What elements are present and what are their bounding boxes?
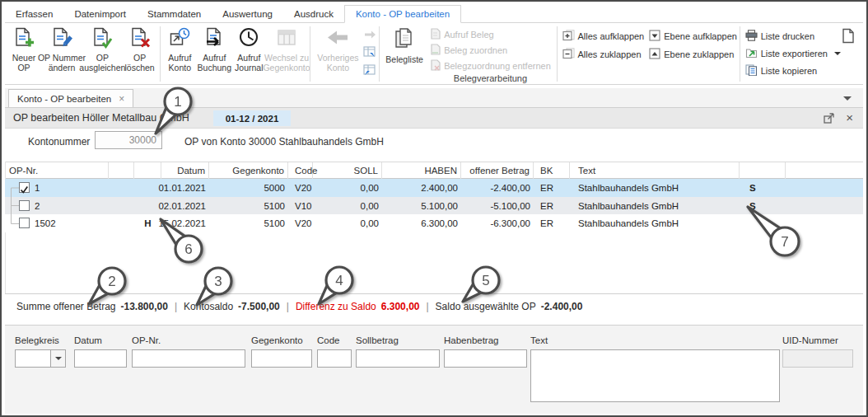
op-ausgleichen-button[interactable]: OPausgleichen (82, 25, 123, 83)
button-label: Wechsel zuGegenkonto (263, 53, 310, 73)
svg-text:4: 4 (335, 273, 343, 288)
alles-aufklappen-button[interactable]: Alles aufklappen (562, 29, 645, 43)
tab-list-dropdown-icon[interactable] (843, 96, 852, 101)
table-row-3[interactable]: 1502 H 15.02.2021 5100 V20 0,00 6.300,00… (5, 214, 863, 232)
aufruf-buchung-button[interactable]: AufrufBuchung (197, 25, 231, 83)
cell-h-flag: H (134, 214, 161, 232)
column-header-text[interactable]: Text (570, 162, 740, 179)
edit-form: Belegkreis Datum OP-Nr. Gegenkonto Code … (5, 325, 863, 414)
table-row-1[interactable]: 1 01.01.2021 5000 V20 0,00 2.400,00 -2.4… (5, 179, 863, 197)
column-header-h-flag[interactable] (134, 162, 161, 179)
gegenkonto-input[interactable] (251, 349, 312, 368)
account-caption: OP von Konto 30000 Stahlbauhandels GmbH (184, 136, 384, 148)
column-header-code[interactable]: Code (288, 162, 313, 179)
cell-soll: 0,00 (313, 197, 382, 214)
sollbetrag-input[interactable] (356, 349, 440, 368)
cell-offener-betrag: -5.100,00 (461, 197, 534, 214)
summary-bar: Summe offener Betrag -13.800,00 | Kontos… (16, 301, 582, 312)
ebene-aufklappen-button[interactable]: Ebene aufklappen (649, 29, 737, 43)
sollbetrag-label: Sollbetrag (356, 335, 399, 345)
cell-h-flag (134, 197, 161, 214)
belegliste-button[interactable]: Belegliste (382, 25, 427, 83)
datum-input[interactable] (74, 349, 127, 368)
document-tab-konto-op-bearbeiten[interactable]: Konto - OP bearbeiten × (8, 89, 133, 107)
cell-code: V10 (295, 197, 311, 214)
column-header-haben[interactable]: HABEN (382, 162, 461, 179)
ribbon-tab-erfassen[interactable]: Erfassen (5, 6, 63, 22)
combo-dropdown-icon[interactable] (50, 350, 65, 367)
ebene-zuklappen-button[interactable]: Ebene zuklappen (649, 47, 737, 61)
ribbon-separator (310, 26, 310, 82)
op-nummer-aendern-button[interactable]: OP Nummerändern (41, 25, 82, 83)
alles-zuklappen-button[interactable]: Alles zuklappen (562, 47, 645, 61)
text-textarea[interactable] (530, 349, 780, 402)
text-label: Text (530, 335, 548, 345)
op-nr-input[interactable] (132, 349, 245, 368)
button-label: OPausgleichen (79, 53, 125, 73)
table-row-2[interactable]: 2 02.01.2021 5100 V10 0,00 5.100,00 -5.1… (5, 197, 863, 214)
column-header-soll[interactable]: SOLL (313, 162, 382, 179)
panel-title: OP bearbeiten Höller Metallbau GmbH (13, 112, 189, 124)
row-checkbox-checked[interactable] (19, 182, 30, 193)
column-header-datum[interactable]: Datum (161, 162, 209, 179)
column-header-s[interactable] (740, 162, 786, 179)
new-page-icon[interactable] (841, 32, 855, 46)
column-header-gegenkonto[interactable]: Gegenkonto (209, 162, 288, 179)
habenbetrag-input[interactable] (444, 349, 527, 368)
cell-text: Stahlbauhandels GmbH (578, 197, 679, 214)
cell-offener-betrag: -2.400,00 (461, 179, 534, 197)
op-loeschen-button[interactable]: OPlöschen (123, 25, 157, 83)
ribbon-tab-auswertung[interactable]: Auswertung (212, 6, 283, 22)
tab-close-icon[interactable]: × (119, 93, 124, 105)
button-label: OPlöschen (125, 53, 155, 73)
beleg-zuordnen-button: Beleg zuordnen (430, 44, 551, 57)
ribbon-tab-konto-op-bearbeiten[interactable]: Konto - OP bearbeiten (344, 5, 461, 23)
svg-text:3: 3 (214, 274, 222, 289)
group-label-belegverarbeitung: Belegverarbeitung (430, 73, 551, 83)
column-header-empty[interactable] (109, 162, 134, 179)
panel-close-icon[interactable]: × (846, 110, 853, 124)
summary-value: -2.400,00 (541, 301, 583, 312)
kontonummer-input[interactable] (95, 131, 162, 149)
liste-kopieren-button[interactable]: Liste kopieren (745, 63, 841, 77)
cell-gegenkonto: 5100 (209, 197, 288, 214)
table-arrow-icon[interactable] (363, 64, 376, 79)
liste-exportieren-button[interactable]: Liste exportieren (745, 46, 841, 60)
column-header-offener-betrag[interactable]: offener Betrag (461, 162, 534, 179)
cell-soll: 0,00 (313, 179, 382, 197)
cell-text: Stahlbauhandels GmbH (578, 179, 679, 197)
documents-icon (393, 27, 416, 54)
button-label: Belegliste (385, 54, 423, 64)
level-collapse-icon (649, 48, 660, 61)
app-window: Erfassen Datenimport Stammdaten Auswertu… (0, 0, 868, 417)
cell-code: V20 (295, 214, 311, 232)
export-icon (745, 47, 758, 60)
neuer-op-button[interactable]: NeuerOP (7, 25, 41, 83)
button-label: AufrufKonto (168, 53, 191, 73)
wechsel-zu-gegenkonto-button: Wechsel zuGegenkonto (266, 25, 306, 83)
aufruf-journal-button[interactable]: AufrufJournal (231, 25, 266, 83)
liste-drucken-button[interactable]: Liste drucken (745, 29, 841, 43)
code-label: Code (317, 335, 340, 345)
aufruf-beleg-button: Aufruf Beleg (430, 28, 551, 41)
ribbon-tab-ausdruck[interactable]: Ausdruck (283, 6, 344, 22)
ribbon-tab-stammdaten[interactable]: Stammdaten (137, 6, 212, 22)
belegkreis-select[interactable] (15, 349, 66, 368)
table-arrow-icon[interactable] (363, 46, 376, 61)
period-badge[interactable]: 01-12 / 2021 (213, 110, 291, 126)
document-small-icon (430, 28, 441, 41)
document-tab-strip: Konto - OP bearbeiten × (5, 88, 863, 107)
table-columns-icon (276, 27, 297, 52)
cell-datum: 02.01.2021 (161, 197, 209, 214)
arrow-right-icon (363, 28, 376, 43)
row-checkbox[interactable] (19, 200, 30, 211)
column-header-op-nr[interactable]: OP-Nr. (5, 162, 109, 179)
popout-icon[interactable] (823, 112, 835, 128)
aufruf-konto-button[interactable]: AufrufKonto (162, 25, 197, 83)
row-checkbox[interactable] (19, 218, 30, 228)
code-input[interactable] (317, 349, 352, 368)
ribbon-tab-datenimport[interactable]: Datenimport (63, 6, 137, 22)
document-pencil-icon (51, 27, 72, 52)
column-header-filler (786, 162, 863, 179)
column-header-bk[interactable]: BK (534, 162, 570, 179)
